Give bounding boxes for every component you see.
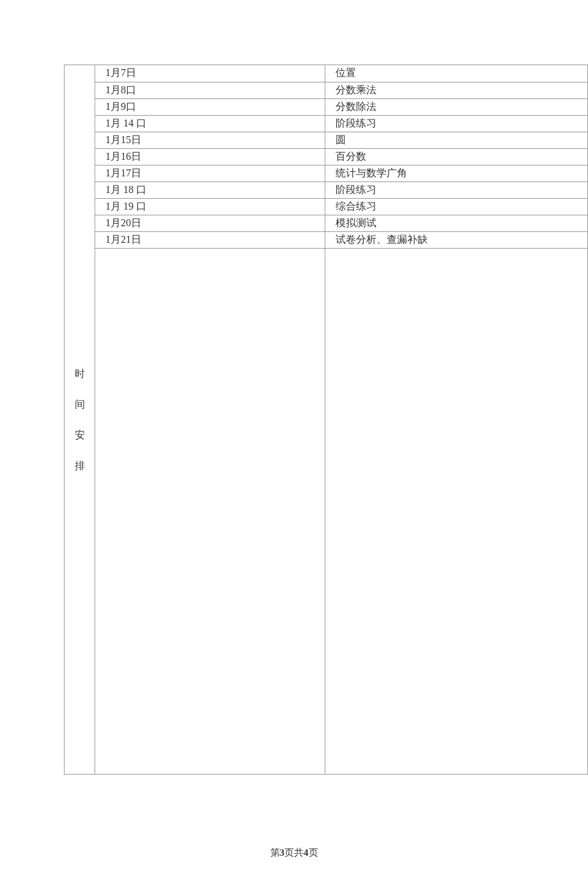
date-cell: 1月 18 口	[95, 182, 325, 198]
date-cell: 1月7日	[95, 65, 325, 82]
table-row: 1月15日圆	[95, 132, 587, 148]
date-cell: 1月 14 口	[95, 115, 325, 132]
date-cell: 1月17日	[95, 165, 325, 182]
table-row: 1月 14 口阶段练习	[95, 115, 587, 132]
sidebar-char-1: 时	[65, 359, 95, 389]
table-row: 1月17日统计与数学广角	[95, 165, 587, 182]
footer-suffix: 页	[309, 847, 318, 858]
date-cell: 1月8口	[95, 82, 325, 98]
empty-date-cell	[95, 248, 325, 774]
table-row: 1月 19 口综合练习	[95, 198, 587, 215]
table-row: 1月8口分数乘法	[95, 82, 587, 98]
table-row: 1月9口分数除法	[95, 98, 587, 115]
date-cell: 1月9口	[95, 98, 325, 115]
sidebar-char-4: 排	[65, 451, 95, 481]
sidebar-char-3: 安	[65, 420, 95, 451]
table-row: 1月7日位置	[95, 65, 587, 82]
content-cell: 位置	[325, 65, 587, 82]
footer-total-pages: 4	[304, 847, 309, 858]
schedule-main-table: 时 间 安 排 1月7日位置1月8口分数乘法1月9口分数除法1月 14 口阶段练…	[64, 65, 588, 775]
empty-content-cell	[325, 248, 587, 774]
document-page: 时 间 安 排 1月7日位置1月8口分数乘法1月9口分数除法1月 14 口阶段练…	[0, 0, 588, 896]
content-cell: 分数乘法	[325, 82, 587, 98]
table-row: 1月16日百分数	[95, 148, 587, 165]
table-row: 1月 18 口阶段练习	[95, 182, 587, 198]
footer-middle: 页共	[284, 847, 304, 858]
date-cell: 1月21日	[95, 231, 325, 248]
table-empty-row	[95, 248, 587, 774]
sidebar-header: 时 间 安 排	[65, 65, 95, 775]
date-cell: 1月16日	[95, 148, 325, 165]
date-cell: 1月20日	[95, 215, 325, 231]
content-cell: 统计与数学广角	[325, 165, 587, 182]
content-cell: 综合练习	[325, 198, 587, 215]
footer-prefix: 第	[270, 847, 280, 858]
content-cell: 阶段练习	[325, 182, 587, 198]
date-cell: 1月15日	[95, 132, 325, 148]
table-row: 1月21日试卷分析、查漏补缺	[95, 231, 587, 248]
page-footer: 第3页共4页	[0, 847, 588, 859]
content-cell: 试卷分析、查漏补缺	[325, 231, 587, 248]
sidebar-char-2: 间	[65, 389, 95, 420]
footer-current-page: 3	[280, 847, 285, 858]
content-cell: 模拟测试	[325, 215, 587, 231]
date-cell: 1月 19 口	[95, 198, 325, 215]
content-cell: 阶段练习	[325, 115, 587, 132]
table-row: 1月20日模拟测试	[95, 215, 587, 231]
content-cell: 百分数	[325, 148, 587, 165]
content-cell: 分数除法	[325, 98, 587, 115]
schedule-content-table: 1月7日位置1月8口分数乘法1月9口分数除法1月 14 口阶段练习1月15日圆1…	[95, 65, 587, 774]
content-cell: 圆	[325, 132, 587, 148]
